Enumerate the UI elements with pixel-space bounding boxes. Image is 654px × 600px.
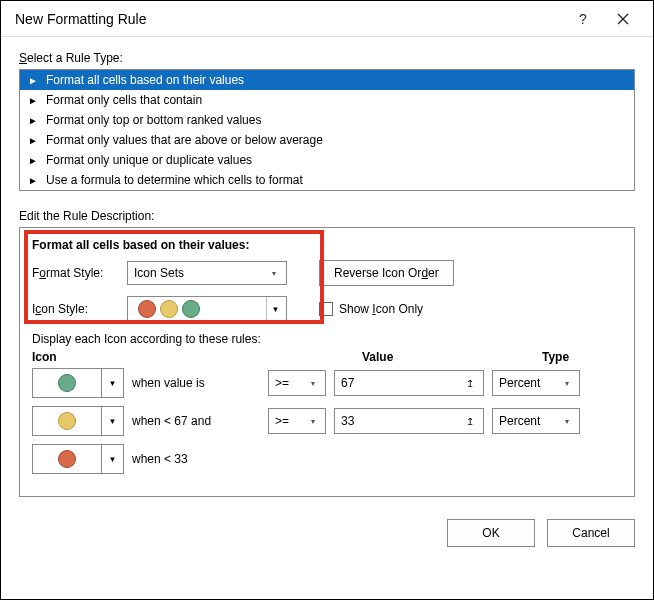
chevron-down-icon: ▾ <box>305 409 321 433</box>
rule-type-text: Format only values that are above or bel… <box>46 133 323 147</box>
dialog-footer: OK Cancel <box>1 507 653 561</box>
type-select[interactable]: Percent ▾ <box>492 370 580 396</box>
cancel-button[interactable]: Cancel <box>547 519 635 547</box>
arrow-right-icon: ► <box>26 95 40 106</box>
format-style-label: Format Style: <box>32 266 117 280</box>
operator-select[interactable]: >= ▾ <box>268 408 326 434</box>
operator-select[interactable]: >= ▾ <box>268 370 326 396</box>
description-heading: Format all cells based on their values: <box>32 238 622 252</box>
rule-type-item[interactable]: ► Format all cells based on their values <box>20 70 634 90</box>
rule-type-item[interactable]: ► Use a formula to determine which cells… <box>20 170 634 190</box>
show-icon-only-label: Show Icon Only <box>339 302 423 316</box>
type-select[interactable]: Percent ▾ <box>492 408 580 434</box>
when-label: when < 67 and <box>132 414 242 428</box>
close-button[interactable] <box>603 1 643 37</box>
rule-type-text: Format only cells that contain <box>46 93 202 107</box>
rule-description-box: Format all cells based on their values: … <box>19 227 635 497</box>
show-icon-only-checkbox[interactable] <box>319 302 333 316</box>
arrow-right-icon: ► <box>26 175 40 186</box>
when-label: when < 33 <box>132 452 242 466</box>
icon-rule-row: ▼ when < 67 and >= ▾ 33 ↥ Percent ▾ <box>32 406 622 436</box>
operator-value: >= <box>275 414 305 428</box>
icon-style-select[interactable]: ▼ <box>127 296 287 322</box>
rule-type-item[interactable]: ► Format only cells that contain <box>20 90 634 110</box>
range-selector-icon[interactable]: ↥ <box>461 416 479 427</box>
icon-select[interactable]: ▼ <box>32 444 124 474</box>
when-label: when value is <box>132 376 242 390</box>
rule-type-item[interactable]: ► Format only values that are above or b… <box>20 130 634 150</box>
circle-green-icon <box>182 300 200 318</box>
value-text: 33 <box>341 414 461 428</box>
chevron-down-icon: ▼ <box>266 297 284 321</box>
chevron-down-icon: ▾ <box>559 409 575 433</box>
rule-type-list[interactable]: ► Format all cells based on their values… <box>19 69 635 191</box>
arrow-right-icon: ► <box>26 115 40 126</box>
rule-type-item[interactable]: ► Format only top or bottom ranked value… <box>20 110 634 130</box>
rule-type-text: Format only unique or duplicate values <box>46 153 252 167</box>
rule-type-text: Use a formula to determine which cells t… <box>46 173 303 187</box>
col-value-header: Value <box>362 350 542 364</box>
edit-description-label: Edit the Rule Description: <box>19 209 635 223</box>
icon-select[interactable]: ▼ <box>32 368 124 398</box>
type-value: Percent <box>499 414 559 428</box>
chevron-down-icon: ▾ <box>559 371 575 395</box>
display-rules-label: Display each Icon according to these rul… <box>32 332 622 346</box>
chevron-down-icon: ▾ <box>305 371 321 395</box>
col-type-header: Type <box>542 350 622 364</box>
format-style-select[interactable]: Icon Sets ▾ <box>127 261 287 285</box>
circle-red-icon <box>58 450 76 468</box>
rule-type-item[interactable]: ► Format only unique or duplicate values <box>20 150 634 170</box>
chevron-down-icon: ▼ <box>101 407 123 435</box>
chevron-down-icon: ▾ <box>266 262 282 284</box>
rule-type-label: Select a Rule Type: <box>19 51 635 65</box>
arrow-right-icon: ► <box>26 75 40 86</box>
help-button[interactable]: ? <box>563 1 603 37</box>
col-icon-header: Icon <box>32 350 362 364</box>
operator-value: >= <box>275 376 305 390</box>
ok-button[interactable]: OK <box>447 519 535 547</box>
circle-yellow-icon <box>160 300 178 318</box>
title-bar: New Formatting Rule ? <box>1 1 653 37</box>
rule-type-text: Format all cells based on their values <box>46 73 244 87</box>
chevron-down-icon: ▼ <box>101 369 123 397</box>
reverse-icon-order-button[interactable]: Reverse Icon Order <box>319 260 454 286</box>
circle-yellow-icon <box>58 412 76 430</box>
arrow-right-icon: ► <box>26 135 40 146</box>
format-style-value: Icon Sets <box>134 266 266 280</box>
type-value: Percent <box>499 376 559 390</box>
range-selector-icon[interactable]: ↥ <box>461 378 479 389</box>
value-input[interactable]: 33 ↥ <box>334 408 484 434</box>
window-title: New Formatting Rule <box>15 11 563 27</box>
value-input[interactable]: 67 ↥ <box>334 370 484 396</box>
circle-red-icon <box>138 300 156 318</box>
rule-type-text: Format only top or bottom ranked values <box>46 113 261 127</box>
icon-rule-row: ▼ when value is >= ▾ 67 ↥ Percent ▾ <box>32 368 622 398</box>
icon-select[interactable]: ▼ <box>32 406 124 436</box>
icon-rule-row: ▼ when < 33 <box>32 444 622 474</box>
close-icon <box>617 13 629 25</box>
arrow-right-icon: ► <box>26 155 40 166</box>
icon-style-label: Icon Style: <box>32 302 117 316</box>
value-text: 67 <box>341 376 461 390</box>
column-headers: Icon Value Type <box>32 350 622 364</box>
chevron-down-icon: ▼ <box>101 445 123 473</box>
circle-green-icon <box>58 374 76 392</box>
